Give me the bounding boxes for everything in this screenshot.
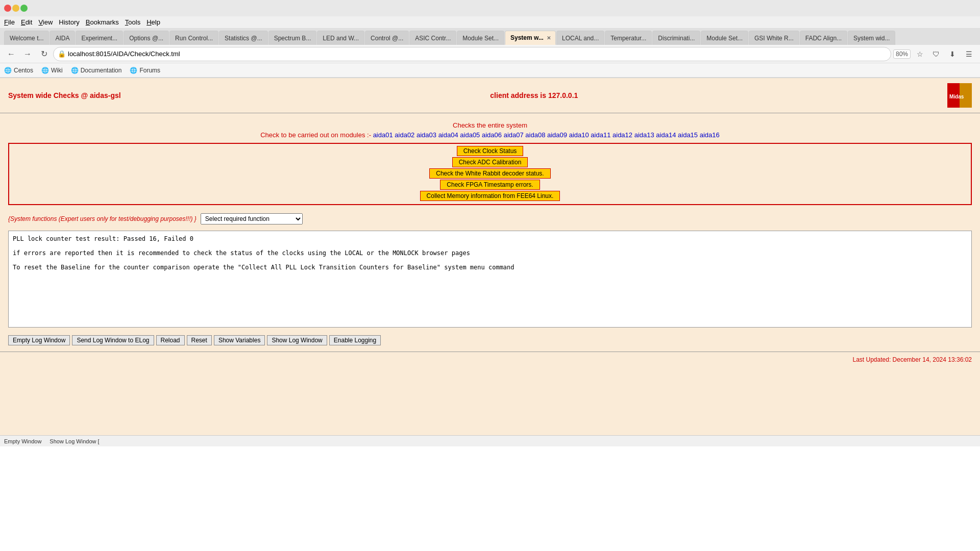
shield-icon[interactable]: 🛡 xyxy=(929,47,943,61)
module-aida15[interactable]: aida15 xyxy=(678,131,698,139)
reset-button[interactable]: Reset xyxy=(187,335,212,345)
reload-button[interactable]: Reload xyxy=(156,335,185,345)
bookmark-centos[interactable]: 🌐 Centos xyxy=(4,67,33,74)
menu-tools[interactable]: Tools xyxy=(125,18,140,26)
menu-view[interactable]: View xyxy=(38,18,53,26)
show-variables-button[interactable]: Show Variables xyxy=(214,335,265,345)
url-input[interactable] xyxy=(68,50,887,58)
menu-hamburger-button[interactable]: ☰ xyxy=(962,47,976,61)
module-aida11[interactable]: aida11 xyxy=(591,131,610,139)
empty-log-window-button[interactable]: Empty Log Window xyxy=(8,335,70,345)
tab-spectrum[interactable]: Spectrum B... xyxy=(268,31,317,45)
module-aida06[interactable]: aida06 xyxy=(482,131,502,139)
reload-nav-button[interactable]: ↻ xyxy=(37,47,51,61)
tab-asic[interactable]: ASIC Contr... xyxy=(409,31,456,45)
tab-discriminati[interactable]: Discriminati... xyxy=(652,31,700,45)
module-aida16[interactable]: aida16 xyxy=(700,131,720,139)
navigation-bar: ← → ↻ 🔒 80% ☆ 🛡 ⬇ ☰ xyxy=(0,45,980,63)
last-updated: Last Updated: December 14, 2024 13:36:02 xyxy=(0,354,980,365)
menu-history[interactable]: History xyxy=(59,18,79,26)
module-aida13[interactable]: aida13 xyxy=(634,131,654,139)
module-aida07[interactable]: aida07 xyxy=(504,131,524,139)
menu-file[interactable]: File xyxy=(4,18,15,26)
tab-systemwid2[interactable]: System wid... xyxy=(848,31,895,45)
download-icon[interactable]: ⬇ xyxy=(945,47,960,61)
midas-logo: Midas xyxy=(947,83,972,108)
bookmark-wiki[interactable]: 🌐 Wiki xyxy=(41,67,63,74)
forward-button[interactable]: → xyxy=(20,47,35,61)
tab-runcontrol[interactable]: Run Control... xyxy=(169,31,218,45)
module-aida02[interactable]: aida02 xyxy=(395,131,414,139)
checks-modules-row: Check to be carried out on modules :- ai… xyxy=(4,131,976,139)
system-functions-label: {System functions (Expert users only for… xyxy=(8,215,197,222)
log-textarea[interactable]: PLL lock counter test result: Passed 16,… xyxy=(8,231,972,328)
tab-close-icon[interactable]: ✕ xyxy=(547,35,551,41)
zoom-level: 80% xyxy=(893,49,911,59)
module-aida01[interactable]: aida01 xyxy=(373,131,393,139)
check-fpga-timestamp-button[interactable]: Check FPGA Timestamp errors. xyxy=(440,180,540,190)
close-button[interactable] xyxy=(4,5,11,12)
module-aida04[interactable]: aida04 xyxy=(438,131,458,139)
globe-icon-centos: 🌐 xyxy=(4,67,12,74)
module-aida05[interactable]: aida05 xyxy=(460,131,480,139)
tab-aida[interactable]: AIDA xyxy=(50,31,75,45)
collect-memory-button[interactable]: Collect Memory information from FEE64 Li… xyxy=(420,191,560,201)
bookmark-forums[interactable]: 🌐 Forums xyxy=(130,67,160,74)
check-btn-row-4: Check FPGA Timestamp errors. xyxy=(11,180,969,190)
status-bar: Empty Window Show Log Window [ xyxy=(0,435,980,446)
page-title: System wide Checks @ aidas-gsl xyxy=(8,91,121,99)
check-white-rabbit-button[interactable]: Check the White Rabbit decoder status. xyxy=(429,168,550,179)
bookmarks-bar: 🌐 Centos 🌐 Wiki 🌐 Documentation 🌐 Forums xyxy=(0,63,980,78)
log-area-container: PLL lock counter test result: Passed 16,… xyxy=(8,231,972,329)
globe-icon-forums: 🌐 xyxy=(130,67,137,74)
system-functions-row: {System functions (Expert users only for… xyxy=(0,209,980,229)
security-icon: 🔒 xyxy=(58,50,66,58)
tab-gsiwhite[interactable]: GSI White R... xyxy=(749,31,799,45)
system-functions-select[interactable]: Select required function xyxy=(201,213,303,224)
module-aida09[interactable]: aida09 xyxy=(547,131,567,139)
module-aida12[interactable]: aida12 xyxy=(612,131,632,139)
tab-moduleset1[interactable]: Module Set... xyxy=(457,31,504,45)
menu-help[interactable]: Help xyxy=(146,18,160,26)
check-btn-row-5: Collect Memory information from FEE64 Li… xyxy=(11,191,969,201)
minimize-button[interactable] xyxy=(12,5,19,12)
tab-led[interactable]: LED and W... xyxy=(317,31,364,45)
module-aida10[interactable]: aida10 xyxy=(569,131,589,139)
tab-systemwide-active[interactable]: System w... ✕ xyxy=(505,31,556,45)
tab-control[interactable]: Control @... xyxy=(365,31,409,45)
maximize-button[interactable] xyxy=(20,5,28,12)
back-button[interactable]: ← xyxy=(4,47,18,61)
check-btn-row-2: Check ADC Calibration xyxy=(11,157,969,167)
bookmark-star-button[interactable]: ☆ xyxy=(913,47,927,61)
menu-edit[interactable]: Edit xyxy=(21,18,32,26)
tab-fadcalign[interactable]: FADC Align... xyxy=(800,31,847,45)
globe-icon-wiki: 🌐 xyxy=(41,67,49,74)
show-log-window-button[interactable]: Show Log Window xyxy=(267,335,327,345)
enable-logging-button[interactable]: Enable Logging xyxy=(329,335,381,345)
browser-chrome: File Edit View History Bookmarks Tools H… xyxy=(0,0,980,78)
title-bar xyxy=(0,0,980,16)
menu-bookmarks[interactable]: Bookmarks xyxy=(86,18,119,26)
tab-statistics[interactable]: Statistics @... xyxy=(219,31,268,45)
check-clock-status-button[interactable]: Check Clock Status xyxy=(457,146,524,156)
address-bar[interactable]: 🔒 xyxy=(53,47,891,61)
page-header: System wide Checks @ aidas-gsl client ad… xyxy=(0,78,980,113)
bottom-buttons-row: Empty Log Window Send Log Window to ELog… xyxy=(0,331,980,349)
tab-options[interactable]: Options @... xyxy=(124,31,169,45)
tabs-bar: Welcome t... AIDA Experiment... Options … xyxy=(0,29,980,45)
window-controls xyxy=(4,5,28,12)
tab-experiment[interactable]: Experiment... xyxy=(76,31,123,45)
status-empty-window: Empty Window xyxy=(4,438,41,444)
bookmark-documentation[interactable]: 🌐 Documentation xyxy=(71,67,122,74)
check-adc-calibration-button[interactable]: Check ADC Calibration xyxy=(452,157,528,167)
checks-section: Checks the entire system Check to be car… xyxy=(0,117,980,209)
tab-local[interactable]: LOCAL and... xyxy=(556,31,604,45)
tab-temperature[interactable]: Temperatur... xyxy=(605,31,652,45)
module-aida14[interactable]: aida14 xyxy=(656,131,676,139)
send-log-elog-button[interactable]: Send Log Window to ELog xyxy=(72,335,154,345)
tab-welcome[interactable]: Welcome t... xyxy=(4,31,49,45)
tab-moduleset2[interactable]: Module Set... xyxy=(701,31,748,45)
module-aida03[interactable]: aida03 xyxy=(416,131,436,139)
svg-text:Midas: Midas xyxy=(949,94,964,99)
module-aida08[interactable]: aida08 xyxy=(525,131,545,139)
